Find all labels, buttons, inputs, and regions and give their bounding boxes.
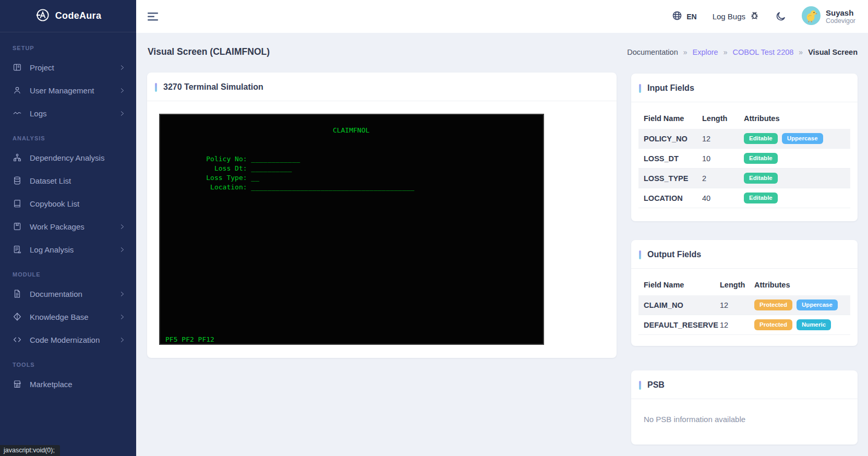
sidebar-item-logs[interactable]: Logs bbox=[0, 102, 136, 125]
log-bugs-button[interactable]: Log Bugs bbox=[713, 11, 760, 22]
attribute-badge-editable: Editable bbox=[744, 193, 778, 203]
dependency-icon bbox=[13, 153, 22, 162]
breadcrumb: Documentation»Explore»COBOL Test 2208»Vi… bbox=[627, 48, 858, 56]
attribute-badge-uppercase: Uppercase bbox=[782, 133, 823, 144]
breadcrumb-item-documentation: Documentation bbox=[627, 48, 678, 56]
main-area: EN Log Bugs bbox=[136, 0, 868, 456]
output-fields-table: Field NameLengthAttributesCLAIM_NO12Prot… bbox=[638, 276, 850, 335]
language-selector[interactable]: EN bbox=[672, 10, 696, 23]
sidebar-item-label: Log Analysis bbox=[30, 245, 74, 254]
code-icon bbox=[13, 335, 22, 344]
language-code: EN bbox=[686, 13, 696, 21]
field-length: 12 bbox=[720, 315, 754, 335]
user-name: Suyash bbox=[826, 8, 855, 17]
sidebar-section-label: TOOLS bbox=[0, 351, 136, 373]
input-fields-title: Input Fields bbox=[647, 83, 694, 93]
sidebar-item-label: User Management bbox=[30, 86, 94, 95]
sidebar-section-label: ANALYSIS bbox=[0, 125, 136, 146]
sidebar-item-log-analysis[interactable]: Log Analysis bbox=[0, 238, 136, 261]
table-row: LOCATION40Editable bbox=[638, 188, 850, 208]
column-header: Field Name bbox=[638, 276, 720, 295]
user-icon bbox=[13, 86, 22, 95]
table-row: CLAIM_NO12ProtectedUppercase bbox=[638, 295, 850, 315]
attribute-badge-protected: Protected bbox=[754, 299, 792, 310]
field-attributes: EditableUppercase bbox=[744, 129, 850, 149]
sidebar-item-user-management[interactable]: User Management bbox=[0, 79, 136, 102]
output-fields-card: Output Fields Field NameLengthAttributes… bbox=[631, 240, 858, 346]
sidebar-item-label: Dataset List bbox=[30, 176, 71, 185]
attribute-badge-editable: Editable bbox=[744, 133, 778, 144]
attribute-badge-editable: Editable bbox=[744, 173, 778, 184]
field-length: 12 bbox=[720, 295, 754, 315]
breadcrumb-item-explore[interactable]: Explore bbox=[693, 48, 718, 56]
output-fields-title: Output Fields bbox=[647, 250, 701, 259]
sidebar-item-label: Logs bbox=[30, 109, 47, 118]
field-attributes: Editable bbox=[744, 188, 850, 208]
activity-icon bbox=[13, 109, 22, 118]
table-row: LOSS_DT10Editable bbox=[638, 149, 850, 169]
psb-card: PSB No PSB information available bbox=[631, 370, 858, 445]
sidebar-item-label: Dependency Analysis bbox=[30, 153, 104, 162]
sidebar-item-dependency-analysis[interactable]: Dependency Analysis bbox=[0, 146, 136, 169]
column-header: Field Name bbox=[638, 110, 702, 129]
codeaura-logo-icon bbox=[35, 7, 51, 25]
table-row: POLICY_NO12EditableUppercase bbox=[638, 129, 850, 149]
card-accent-bar bbox=[639, 381, 641, 390]
sidebar-item-copybook-list[interactable]: Copybook List bbox=[0, 192, 136, 215]
sidebar: CodeAura SETUPProjectUser ManagementLogs… bbox=[0, 0, 136, 456]
sidebar-item-marketplace[interactable]: Marketplace bbox=[0, 373, 136, 395]
sidebar-nav: SETUPProjectUser ManagementLogsANALYSISD… bbox=[0, 32, 136, 395]
column-header: Attributes bbox=[754, 276, 850, 295]
sidebar-item-label: Work Packages bbox=[30, 222, 85, 231]
terminal-card-title: 3270 Terminal Simulation bbox=[163, 82, 263, 92]
attribute-badge-numeric: Numeric bbox=[797, 319, 831, 330]
psb-title: PSB bbox=[647, 380, 665, 390]
sidebar-item-code-modernization[interactable]: Code Modernization bbox=[0, 328, 136, 351]
sidebar-item-label: Documentation bbox=[30, 290, 82, 298]
sidebar-item-label: Knowledge Base bbox=[30, 313, 89, 321]
sidebar-item-work-packages[interactable]: Work Packages bbox=[0, 215, 136, 238]
table-row: LOSS_TYPE2Editable bbox=[638, 169, 850, 188]
project-icon bbox=[13, 63, 22, 72]
field-length: 12 bbox=[702, 129, 744, 149]
user-menu[interactable]: Suyash Codevigor bbox=[802, 6, 855, 27]
field-attributes: ProtectedNumeric bbox=[754, 315, 850, 335]
sidebar-item-project[interactable]: Project bbox=[0, 56, 136, 79]
terminal-screen-text: CLAIMFNOL Policy No: ____________ Loss D… bbox=[160, 115, 543, 345]
attribute-badge-editable: Editable bbox=[744, 153, 778, 164]
breadcrumb-separator: » bbox=[683, 48, 688, 56]
sidebar-item-documentation[interactable]: Documentation bbox=[0, 282, 136, 305]
field-name: CLAIM_NO bbox=[638, 295, 720, 315]
card-accent-bar bbox=[639, 84, 641, 93]
log-bugs-label: Log Bugs bbox=[713, 12, 745, 21]
sidebar-section-label: MODULE bbox=[0, 261, 136, 282]
sidebar-item-knowledge-base[interactable]: Knowledge Base bbox=[0, 305, 136, 328]
sidebar-item-label: Copybook List bbox=[30, 199, 79, 208]
bug-icon bbox=[750, 11, 760, 22]
avatar bbox=[802, 6, 821, 27]
document-icon bbox=[13, 289, 22, 298]
breadcrumb-item-cobol-test-2208[interactable]: COBOL Test 2208 bbox=[732, 48, 793, 56]
topbar: EN Log Bugs bbox=[136, 0, 868, 33]
sidebar-item-label: Project bbox=[30, 63, 54, 72]
chevron-right-icon bbox=[119, 337, 126, 343]
dark-mode-toggle[interactable] bbox=[775, 11, 786, 22]
file-chart-icon bbox=[13, 245, 22, 254]
app-logo[interactable]: CodeAura bbox=[0, 0, 136, 32]
user-org: Codevigor bbox=[826, 17, 855, 25]
hamburger-menu-icon[interactable] bbox=[148, 12, 159, 21]
breadcrumb-separator: » bbox=[799, 48, 803, 56]
input-fields-card: Input Fields Field NameLengthAttributesP… bbox=[631, 74, 858, 221]
field-length: 2 bbox=[702, 169, 744, 188]
app-name: CodeAura bbox=[55, 10, 101, 21]
field-attributes: Editable bbox=[744, 149, 850, 169]
attribute-badge-uppercase: Uppercase bbox=[797, 299, 838, 310]
sidebar-item-label: Code Modernization bbox=[30, 335, 100, 344]
chevron-right-icon bbox=[119, 64, 126, 71]
book-icon bbox=[13, 199, 22, 208]
browser-status-text: javascript:void(0); bbox=[0, 445, 60, 456]
sidebar-item-dataset-list[interactable]: Dataset List bbox=[0, 169, 136, 192]
field-name: POLICY_NO bbox=[638, 129, 702, 149]
terminal-3270-screen[interactable]: CLAIMFNOL Policy No: ____________ Loss D… bbox=[159, 114, 544, 345]
field-name: LOSS_TYPE bbox=[638, 169, 702, 188]
